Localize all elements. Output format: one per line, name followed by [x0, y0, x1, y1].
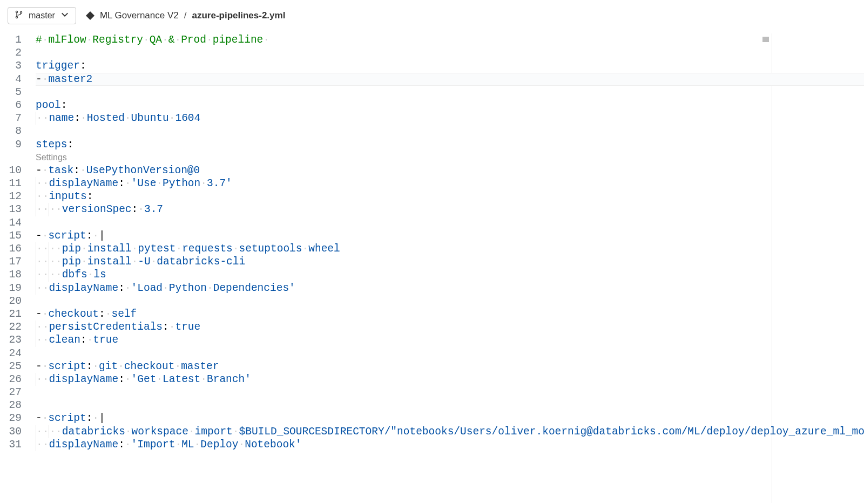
svg-point-2 — [20, 11, 22, 13]
code-line[interactable]: steps: — [36, 138, 864, 151]
code-line[interactable]: ····dbfs·ls — [36, 268, 864, 281]
line-number-gutter: 123456789 101112131415161718192021222324… — [8, 33, 36, 503]
code-line[interactable] — [36, 46, 864, 59]
code-line[interactable] — [36, 386, 864, 399]
code-line[interactable]: ··persistCredentials:·true — [36, 321, 864, 333]
code-line[interactable]: trigger: — [36, 59, 864, 72]
code-content[interactable]: #·mlFlow·Registry·QA·&·Prod·pipeline·tri… — [36, 33, 864, 503]
code-line[interactable]: ··inputs: — [36, 190, 864, 203]
code-line[interactable]: ··name:·Hosted·Ubuntu·1604 — [36, 112, 864, 125]
code-line[interactable]: -·script:·| — [36, 412, 864, 425]
code-line[interactable] — [36, 216, 864, 229]
code-editor[interactable]: 123456789 101112131415161718192021222324… — [8, 33, 772, 503]
code-line[interactable] — [36, 295, 864, 308]
code-line[interactable]: ··displayName:·'Load·Python·Dependencies… — [36, 282, 864, 295]
breadcrumb-folder[interactable]: ML Governance V2 — [100, 10, 179, 21]
code-line[interactable] — [36, 347, 864, 360]
code-line[interactable]: -·master2 — [36, 73, 864, 86]
code-line[interactable]: -·script:·| — [36, 229, 864, 242]
breadcrumb-file[interactable]: azure-pipelines-2.yml — [192, 10, 285, 21]
yaml-file-icon — [86, 11, 94, 20]
code-line[interactable]: ····pip·install·-U·databricks-cli — [36, 255, 864, 268]
code-line[interactable]: -·checkout:·self — [36, 308, 864, 321]
svg-point-0 — [16, 11, 17, 12]
code-line[interactable]: #·mlFlow·Registry·QA·&·Prod·pipeline· — [36, 33, 864, 46]
chevron-down-icon — [60, 9, 69, 22]
code-line[interactable]: ····databricks·workspace·import·$BUILD_S… — [36, 425, 864, 438]
code-line[interactable]: ··clean:·true — [36, 333, 864, 346]
code-line[interactable] — [36, 125, 864, 138]
code-line[interactable] — [36, 399, 864, 412]
breadcrumb: ML Governance V2 / azure-pipelines-2.yml — [86, 10, 285, 21]
svg-point-1 — [16, 16, 17, 18]
code-line[interactable]: ····pip·install·pytest·requests·setuptoo… — [36, 242, 864, 255]
code-line[interactable]: -·script:·git·checkout·master — [36, 360, 864, 373]
code-line[interactable]: -·task:·UsePythonVersion@0 — [36, 164, 864, 177]
code-line[interactable]: ····versionSpec:·3.7 — [36, 203, 864, 216]
editor-header: master ML Governance V2 / azure-pipeline… — [8, 5, 864, 26]
code-line[interactable]: ··displayName:·'Get·Latest·Branch' — [36, 373, 864, 386]
svg-marker-3 — [86, 11, 94, 20]
branch-name-label: master — [29, 11, 55, 21]
code-line[interactable] — [36, 86, 864, 99]
code-line[interactable]: pool: — [36, 99, 864, 112]
git-branch-icon — [15, 9, 23, 22]
code-line[interactable]: ··displayName:·'Import·ML·Deploy·Noteboo… — [36, 438, 864, 451]
branch-selector-button[interactable]: master — [8, 7, 76, 24]
codelens-settings[interactable]: Settings — [36, 151, 864, 164]
breadcrumb-separator: / — [184, 10, 187, 21]
code-line[interactable]: ··displayName:·'Use·Python·3.7' — [36, 177, 864, 190]
minimap-thumb[interactable] — [762, 37, 769, 42]
